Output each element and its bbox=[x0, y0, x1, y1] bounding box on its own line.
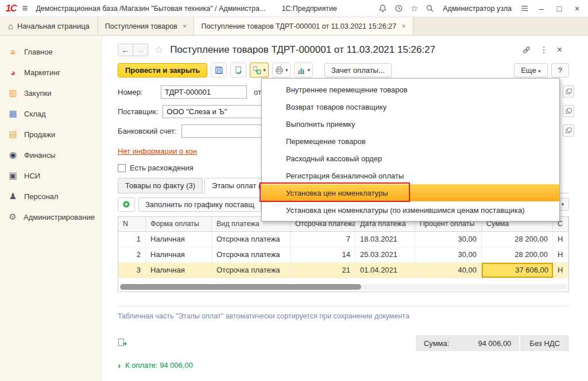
table-row-selected[interactable]: 3 Наличная Отсрочка платежа 21 01.04.202… bbox=[118, 263, 568, 278]
close-document-icon[interactable]: × bbox=[557, 45, 562, 55]
reports-button[interactable]: ▾ bbox=[294, 63, 313, 77]
help-button[interactable]: ? bbox=[551, 63, 569, 77]
menu-icon: ≡ bbox=[7, 47, 18, 57]
menu-item-set-item-prices[interactable]: Установка цен номенклатуры bbox=[262, 184, 559, 201]
number-choose-button[interactable] bbox=[563, 85, 574, 98]
menu-item-internal-transfer[interactable]: Внутреннее перемещение товаров bbox=[262, 81, 559, 98]
more-button[interactable]: Еще ▾ bbox=[514, 63, 548, 77]
sidebar-item-label: Персонал bbox=[24, 192, 59, 201]
menu-item-cash-outflow-order[interactable]: Расходный кассовый ордер bbox=[262, 150, 559, 167]
add-row-button[interactable] bbox=[118, 197, 135, 212]
cell-date[interactable]: 01.04.2021 bbox=[355, 263, 415, 278]
notifications-bell-icon[interactable] bbox=[378, 4, 387, 13]
column-header[interactable]: N bbox=[118, 217, 146, 231]
cell-payment-kind[interactable]: Отсрочка платежа bbox=[212, 263, 291, 278]
sidebar-item-administration[interactable]: ⚙ Администрирование bbox=[0, 207, 102, 227]
post-and-close-button[interactable]: Провести и закрыть bbox=[118, 63, 207, 77]
horizontal-scrollbar[interactable] bbox=[120, 284, 567, 290]
table-row[interactable]: 1 Наличная Отсрочка платежа 7 18.03.2021… bbox=[118, 232, 568, 247]
sidebar-item-main[interactable]: ≡ Главное bbox=[0, 41, 102, 62]
sidebar-item-finance[interactable]: ◉ Финансы bbox=[0, 145, 102, 165]
cell-n[interactable]: 1 bbox=[118, 232, 146, 247]
sections-sidebar: ≡ Главное ◕ Маркетинг ▥ Закупки ▦ Склад … bbox=[0, 36, 102, 381]
create-based-on-button[interactable]: ▾ bbox=[250, 63, 269, 77]
sidebar-item-warehouse[interactable]: ▦ Склад bbox=[0, 103, 102, 124]
scrollbar-thumb[interactable] bbox=[120, 284, 361, 290]
nsi-icon: ▣ bbox=[7, 170, 18, 181]
favorite-star-icon[interactable]: ☆ bbox=[154, 44, 164, 56]
cell-sum[interactable]: 28 200,00 bbox=[482, 232, 553, 247]
cell-extra[interactable]: Н bbox=[553, 232, 568, 247]
cell-sum[interactable]: 28 200,00 bbox=[482, 247, 553, 262]
table-row[interactable]: 2 Наличная Отсрочка платежа 14 25.03.202… bbox=[118, 247, 568, 263]
more-kebab-icon[interactable]: ⋮ bbox=[540, 45, 548, 55]
to-pay-link[interactable]: › К оплате: 94 006,00 bbox=[118, 360, 193, 370]
menu-item-cashless-payment-registration[interactable]: Регистрация безналичной оплаты bbox=[262, 167, 559, 184]
sidebar-item-staff[interactable]: ♟ Персонал bbox=[0, 186, 102, 207]
home-page-tab[interactable]: ⌂ Начальная страница bbox=[0, 17, 98, 35]
tab-goods-receipts-list[interactable]: Поступления товаров × bbox=[98, 17, 195, 35]
cell-payment-form[interactable]: Наличная bbox=[146, 263, 212, 278]
close-tab-icon[interactable]: × bbox=[401, 22, 406, 30]
cell-percent[interactable]: 30,00 bbox=[415, 247, 482, 262]
cell-payment-kind[interactable]: Отсрочка платежа bbox=[212, 247, 291, 262]
link-icon[interactable] bbox=[522, 45, 531, 55]
payment-offset-button[interactable]: Зачет оплаты... bbox=[324, 63, 392, 77]
fill-by-schedule-button[interactable]: Заполнить по графику поставщ bbox=[138, 197, 261, 212]
print-button[interactable]: ▾ bbox=[272, 63, 291, 77]
supplier-choose-button[interactable] bbox=[563, 105, 574, 117]
cell-date[interactable]: 25.03.2021 bbox=[355, 247, 415, 262]
main-menu-icon[interactable]: ≡ bbox=[22, 3, 28, 14]
minimize-button[interactable]: – bbox=[536, 4, 547, 13]
counterparty-warning-link[interactable]: Нет информации о кон bbox=[118, 147, 197, 155]
back-button[interactable]: ← bbox=[118, 44, 133, 56]
close-tab-icon[interactable]: × bbox=[183, 22, 187, 30]
cell-payment-kind[interactable]: Отсрочка платежа bbox=[212, 232, 291, 247]
cell-delay[interactable]: 21 bbox=[291, 263, 355, 278]
number-input[interactable] bbox=[161, 85, 247, 99]
history-clock-icon[interactable] bbox=[394, 4, 403, 13]
cell-extra[interactable]: Н bbox=[553, 247, 568, 262]
menu-item-set-item-prices-by-changed[interactable]: Установка цен номенклатуры (по изменивши… bbox=[262, 201, 559, 219]
cell-n[interactable]: 3 bbox=[118, 263, 146, 278]
cell-n[interactable]: 2 bbox=[118, 247, 146, 262]
sidebar-item-purchases[interactable]: ▥ Закупки bbox=[0, 83, 102, 103]
favorites-star-icon[interactable]: ☆ bbox=[411, 3, 418, 14]
close-window-button[interactable]: × bbox=[572, 4, 582, 13]
menu-item-perform-acceptance[interactable]: Выполнить приемку bbox=[262, 115, 559, 133]
chevron-down-icon: ▾ bbox=[263, 67, 266, 73]
post-document-button[interactable] bbox=[230, 63, 246, 77]
purchases-icon: ▥ bbox=[7, 88, 18, 98]
forward-button[interactable]: → bbox=[133, 44, 148, 56]
cell-payment-form[interactable]: Наличная bbox=[146, 247, 212, 262]
tab-label: Поступление товаров ТДРТ-000001 от 11.03… bbox=[201, 22, 396, 30]
sidebar-item-marketing[interactable]: ◕ Маркетинг bbox=[0, 62, 102, 83]
save-button[interactable] bbox=[211, 63, 227, 77]
1c-logo: 1С bbox=[6, 3, 16, 14]
current-user-label[interactable]: Администратор узла bbox=[443, 5, 512, 13]
cell-date[interactable]: 18.03.2021 bbox=[355, 232, 415, 247]
sidebar-item-nsi[interactable]: ▣ НСИ bbox=[0, 165, 102, 186]
cell-delay[interactable]: 7 bbox=[291, 232, 355, 247]
totals-group: Сумма: 94 006,00 Без НДС bbox=[416, 335, 569, 351]
cell-percent[interactable]: 30,00 bbox=[415, 232, 482, 247]
cell-sum-active[interactable]: 37 606,00 bbox=[482, 263, 553, 278]
menu-item-goods-transfer[interactable]: Перемещение товаров bbox=[262, 133, 559, 150]
column-header[interactable]: Форма оплаты bbox=[146, 217, 212, 231]
tab-goods-receipt-document[interactable]: Поступление товаров ТДРТ-000001 от 11.03… bbox=[194, 17, 413, 35]
sidebar-item-sales[interactable]: ▤ Продажи bbox=[0, 124, 102, 145]
cell-delay[interactable]: 14 bbox=[291, 247, 355, 262]
maximize-button[interactable]: □ bbox=[554, 4, 564, 13]
bank-account-choose-button[interactable] bbox=[563, 125, 574, 137]
cell-payment-form[interactable]: Наличная bbox=[146, 232, 212, 247]
cell-extra[interactable]: Н bbox=[553, 263, 568, 278]
cell-percent[interactable]: 40,00 bbox=[415, 263, 482, 278]
menu-item-return-to-supplier[interactable]: Возврат товаров поставщику bbox=[262, 98, 559, 115]
discrepancy-checkbox[interactable] bbox=[118, 164, 126, 172]
tab-label: Поступления товаров bbox=[105, 22, 177, 30]
search-icon[interactable] bbox=[425, 4, 434, 13]
tab-goods-by-fact[interactable]: Товары по факту (3) bbox=[118, 178, 203, 193]
gear-icon: ⚙ bbox=[7, 212, 18, 222]
attachment-doc-icon[interactable] bbox=[118, 338, 127, 349]
service-menu-icon[interactable] bbox=[520, 5, 529, 12]
